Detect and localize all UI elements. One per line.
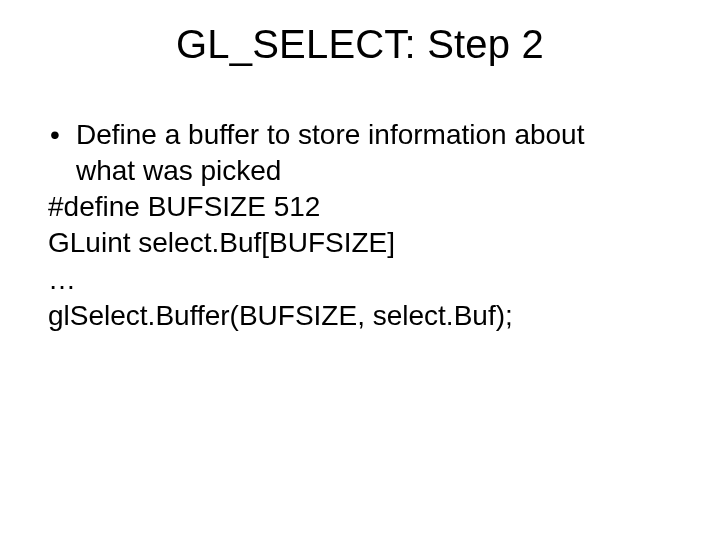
slide-body: Define a buffer to store information abo… [48, 118, 672, 335]
slide: GL_SELECT: Step 2 Define a buffer to sto… [0, 0, 720, 540]
code-line-2: GLuint select.Buf[BUFSIZE] [48, 226, 672, 260]
bullet-text-line1: Define a buffer to store information abo… [76, 119, 584, 150]
slide-title: GL_SELECT: Step 2 [0, 22, 720, 67]
code-line-1: #define BUFSIZE 512 [48, 190, 672, 224]
code-line-4: glSelect.Buffer(BUFSIZE, select.Buf); [48, 299, 672, 333]
code-line-3: … [48, 263, 672, 297]
bullet-item: Define a buffer to store information abo… [48, 118, 672, 152]
bullet-text-line2: what was picked [48, 154, 672, 188]
